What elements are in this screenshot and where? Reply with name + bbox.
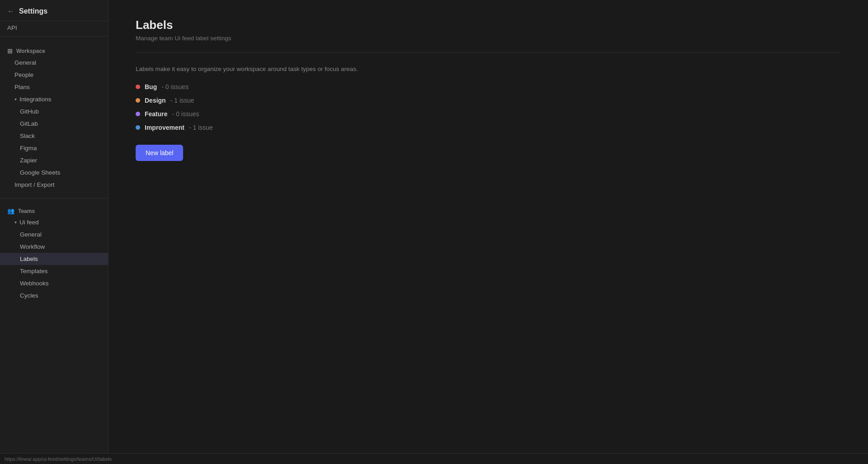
label-count: - 0 issues [172,110,199,118]
page-subtitle: Manage team Ui feed label settings [136,35,841,42]
sidebar-item-general-label: General [14,59,36,66]
label-item: Improvement - 1 issue [136,124,841,131]
statusbar-url: https://linear.app/ui-feed/settings/team… [5,456,112,462]
sidebar: ← Settings API ⊞ Workspace General Peopl… [0,0,108,464]
sidebar-item-integrations-label: Integrations [19,96,52,103]
divider-mid [0,198,108,199]
back-button[interactable]: ← [7,7,14,15]
label-dot [136,85,140,89]
sidebar-item-workflow[interactable]: Workflow [0,241,108,253]
label-count: - 1 issue [189,124,213,131]
sidebar-item-team-general[interactable]: General [0,228,108,241]
label-count: - 0 issues [161,83,189,90]
sidebar-item-google-sheets[interactable]: Google Sheets [0,166,108,179]
sidebar-item-zapier-label: Zapier [20,157,37,164]
teams-section: 👥 Teams ▾ Ui feed General Workflow Label… [0,200,108,305]
uifeed-subitems: General Workflow Labels Templates Webhoo… [0,228,108,302]
sidebar-item-webhooks-label: Webhooks [20,280,49,287]
sidebar-item-figma[interactable]: Figma [0,142,108,154]
workspace-section-header[interactable]: ⊞ Workspace [0,44,108,57]
teams-label: Teams [18,208,35,214]
sidebar-item-gitlab-label: GitLab [20,120,38,127]
sidebar-item-plans[interactable]: Plans [0,81,108,93]
sidebar-item-plans-label: Plans [14,84,30,90]
label-dot [136,98,140,103]
labels-list: Bug - 0 issuesDesign - 1 issueFeature - … [136,83,841,131]
workspace-label: Workspace [16,48,45,54]
sidebar-item-import-export[interactable]: Import / Export [0,179,108,191]
sidebar-item-api[interactable]: API [0,21,108,34]
sidebar-title: Settings [19,7,47,15]
label-name: Bug [145,83,157,90]
sidebar-item-import-export-label: Import / Export [14,181,55,188]
sidebar-item-github-label: GitHub [20,108,39,115]
workspace-icon: ⊞ [7,47,13,55]
sidebar-item-labels-label: Labels [20,256,38,262]
workspace-section: ⊞ Workspace General People Plans ▾ Integ… [0,38,108,196]
sidebar-item-zapier[interactable]: Zapier [0,154,108,166]
main-content: Labels Manage team Ui feed label setting… [108,0,868,464]
sidebar-item-people-label: People [14,71,33,78]
sidebar-item-slack[interactable]: Slack [0,130,108,142]
sidebar-item-slack-label: Slack [20,133,35,139]
teams-section-header[interactable]: 👥 Teams [0,204,108,216]
label-item: Feature - 0 issues [136,110,841,118]
chevron-down-icon-uifeed: ▾ [14,220,17,225]
teams-icon: 👥 [7,208,14,214]
sidebar-item-api-label: API [7,24,17,31]
chevron-down-icon: ▾ [14,97,17,102]
label-item: Bug - 0 issues [136,83,841,90]
label-dot [136,125,140,130]
sidebar-item-templates[interactable]: Templates [0,265,108,277]
label-count: - 1 issue [170,97,194,104]
sidebar-item-integrations[interactable]: ▾ Integrations [0,93,108,105]
statusbar: https://linear.app/ui-feed/settings/team… [0,453,868,464]
label-name: Improvement [145,124,184,131]
sidebar-item-labels[interactable]: Labels [0,253,108,265]
sidebar-item-google-sheets-label: Google Sheets [20,169,60,176]
sidebar-item-webhooks[interactable]: Webhooks [0,277,108,289]
main-divider [136,52,841,53]
label-item: Design - 1 issue [136,97,841,104]
sidebar-item-ui-feed-label: Ui feed [19,219,39,226]
label-name: Feature [145,110,168,118]
sidebar-item-general[interactable]: General [0,57,108,69]
sidebar-header: ← Settings [0,0,108,21]
sidebar-item-workflow-label: Workflow [20,243,45,250]
divider-top [0,36,108,37]
label-dot [136,112,140,116]
sidebar-item-ui-feed[interactable]: ▾ Ui feed [0,216,108,228]
labels-description: Labels make it easy to organize your wor… [136,66,407,72]
page-title: Labels [136,18,841,32]
sidebar-item-templates-label: Templates [20,268,48,275]
sidebar-item-github[interactable]: GitHub [0,105,108,118]
sidebar-item-cycles[interactable]: Cycles [0,289,108,302]
label-name: Design [145,97,166,104]
sidebar-item-people[interactable]: People [0,69,108,81]
sidebar-item-cycles-label: Cycles [20,292,38,299]
integrations-subitems: GitHub GitLab Slack Figma Zapier Google … [0,105,108,179]
sidebar-item-team-general-label: General [20,231,42,238]
sidebar-item-figma-label: Figma [20,145,37,152]
new-label-button[interactable]: New label [136,145,183,161]
sidebar-item-gitlab[interactable]: GitLab [0,118,108,130]
